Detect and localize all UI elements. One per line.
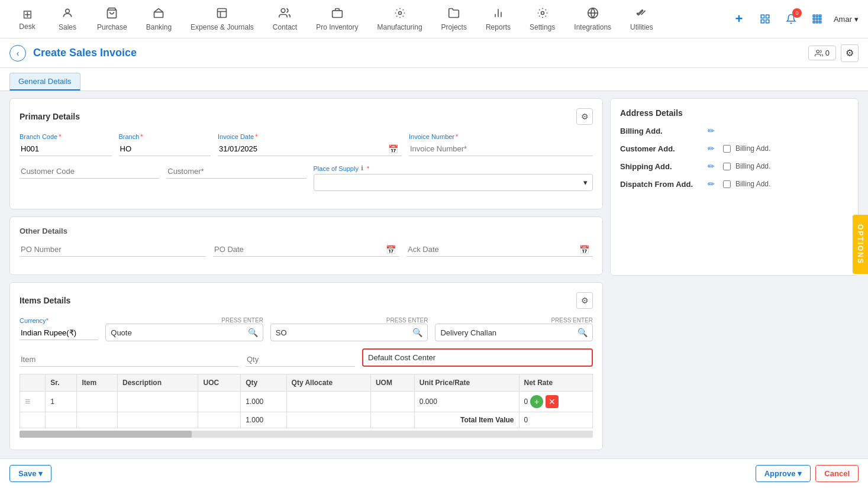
- row-unit-price[interactable]: 0.000: [414, 392, 519, 412]
- options-sidebar[interactable]: OPTIONS: [853, 214, 868, 273]
- nav-utilities[interactable]: Utilities: [623, 2, 660, 36]
- nav-manufacturing[interactable]: Manufacturing: [370, 2, 430, 36]
- so-group: PRESS ENTER SO 🔍: [270, 317, 428, 341]
- col-drag: [20, 374, 46, 392]
- nav-pro-inventory[interactable]: Pro Inventory: [309, 2, 365, 36]
- row-uom[interactable]: [370, 392, 414, 412]
- nav-contact[interactable]: Contact: [266, 2, 304, 36]
- nav-expense[interactable]: Expense & Journals: [183, 2, 261, 36]
- nav-desk[interactable]: ⊞ Desk: [9, 2, 45, 35]
- nav-integrations[interactable]: Integrations: [567, 2, 618, 36]
- invoice-number-input[interactable]: [409, 142, 593, 156]
- users-button[interactable]: 0: [808, 46, 836, 60]
- col-unit-price: Unit Price/Rate: [414, 374, 519, 392]
- delivery-challan-group: PRESS ENTER Delivery Challan 🔍: [435, 317, 593, 341]
- invoice-date-input[interactable]: [218, 142, 402, 156]
- default-cost-center-label: Default Cost Center: [368, 353, 435, 362]
- nav-reports[interactable]: Reports: [479, 2, 518, 36]
- notification-btn[interactable]: 0: [782, 9, 801, 28]
- app-grid-icon-btn[interactable]: [808, 9, 827, 28]
- row-item[interactable]: [77, 392, 118, 412]
- svg-point-8: [398, 11, 401, 14]
- utilities-icon: [635, 7, 647, 22]
- branch-input[interactable]: [119, 142, 211, 156]
- delivery-challan-search-input[interactable]: Delivery Challan 🔍: [435, 324, 593, 341]
- horizontal-scrollbar[interactable]: [20, 431, 593, 438]
- total-qty: 1.000: [241, 412, 286, 428]
- header-actions: 0 ⚙: [808, 44, 859, 62]
- customer-add-edit-button[interactable]: ✏: [708, 144, 715, 153]
- col-description: Description: [118, 374, 198, 392]
- items-details-card: Items Details ⚙ Currency PRESS ENTER Quo…: [9, 282, 603, 450]
- add-btn[interactable]: +: [730, 9, 748, 28]
- nav-projects[interactable]: Projects: [434, 2, 474, 36]
- default-cost-center-box[interactable]: Default Cost Center: [362, 348, 593, 367]
- so-placeholder: SO: [276, 328, 287, 337]
- branch-code-input[interactable]: [20, 142, 112, 156]
- nav-utilities-label: Utilities: [630, 23, 653, 31]
- primary-row-2: Place of Supply ℹ ▾: [20, 164, 593, 191]
- customer-input[interactable]: [166, 164, 306, 179]
- customer-group: [166, 164, 306, 191]
- pro-inventory-icon: [331, 7, 343, 22]
- grid-icon-btn[interactable]: [756, 9, 775, 28]
- ack-date-calendar-icon[interactable]: 📅: [579, 245, 589, 254]
- shipping-billing-checkbox[interactable]: [723, 163, 731, 170]
- primary-details-gear-button[interactable]: ⚙: [576, 108, 593, 125]
- page-settings-button[interactable]: ⚙: [841, 44, 859, 62]
- invoice-date-calendar-icon[interactable]: 📅: [388, 144, 398, 154]
- nav-sales[interactable]: Sales: [50, 2, 85, 36]
- billing-add-edit-button[interactable]: ✏: [708, 126, 715, 135]
- item-filter-input[interactable]: [20, 353, 238, 367]
- currency-group: Currency: [20, 317, 98, 341]
- nav-contact-label: Contact: [273, 23, 297, 31]
- add-row-button[interactable]: +: [530, 395, 543, 408]
- customer-code-input[interactable]: [20, 164, 159, 179]
- total-empty-5: [198, 412, 241, 428]
- customer-billing-checkbox[interactable]: [723, 145, 731, 153]
- items-table-container: Sr. Item Description UOC Qty Qty Allocat…: [20, 374, 593, 428]
- svg-rect-21: [819, 15, 821, 17]
- user-btn[interactable]: Amar ▾: [834, 15, 859, 24]
- place-of-supply-select[interactable]: ▾: [314, 174, 593, 191]
- other-details-title: Other Details: [20, 227, 593, 235]
- nav-expense-label: Expense & Journals: [191, 23, 254, 31]
- main-content: Primary Details ⚙ Branch Code Branch Inv…: [0, 91, 868, 464]
- currency-input[interactable]: [20, 326, 98, 340]
- svg-rect-20: [816, 15, 818, 17]
- dispatch-billing-checkbox[interactable]: [723, 180, 731, 188]
- items-gear-button[interactable]: ⚙: [576, 292, 593, 309]
- ack-date-input[interactable]: [406, 243, 593, 257]
- primary-details-title: Primary Details: [20, 112, 80, 121]
- row-qty-allocate[interactable]: [286, 392, 370, 412]
- nav-banking[interactable]: Banking: [139, 2, 179, 36]
- branch-code-label: Branch Code: [20, 133, 112, 140]
- row-uoc[interactable]: [198, 392, 241, 412]
- expense-icon: [216, 7, 228, 22]
- row-actions: 0 + ✕: [524, 395, 588, 408]
- dispatch-add-row: Dispatch From Add. ✏ Billing Add.: [620, 179, 848, 189]
- tab-general-details[interactable]: General Details: [9, 73, 80, 91]
- shipping-add-label: Shipping Add.: [620, 162, 703, 171]
- so-press-enter-label: PRESS ENTER: [270, 317, 428, 324]
- primary-details-card: Primary Details ⚙ Branch Code Branch Inv…: [9, 98, 603, 209]
- col-uom: UOM: [370, 374, 414, 392]
- back-button[interactable]: ‹: [9, 45, 26, 62]
- so-search-input[interactable]: SO 🔍: [270, 324, 428, 341]
- manufacturing-icon: [394, 7, 406, 22]
- nav-purchase[interactable]: Purchase: [90, 2, 134, 36]
- drag-handle-icon[interactable]: ≡: [25, 396, 30, 406]
- qty-filter-input[interactable]: [246, 353, 355, 367]
- place-of-supply-chevron-icon: ▾: [583, 178, 588, 187]
- row-description[interactable]: [118, 392, 198, 412]
- row-qty[interactable]: 1.000: [241, 392, 286, 412]
- delete-row-button[interactable]: ✕: [546, 395, 559, 408]
- shipping-add-edit-button[interactable]: ✏: [708, 161, 715, 171]
- dispatch-add-edit-button[interactable]: ✏: [708, 179, 715, 189]
- po-date-input[interactable]: [213, 243, 399, 257]
- quote-search-input[interactable]: Quote 🔍: [105, 324, 263, 341]
- po-number-input[interactable]: [20, 243, 206, 257]
- po-date-calendar-icon[interactable]: 📅: [386, 245, 396, 254]
- quote-search-icon: 🔍: [248, 328, 258, 337]
- nav-settings[interactable]: Settings: [522, 2, 562, 36]
